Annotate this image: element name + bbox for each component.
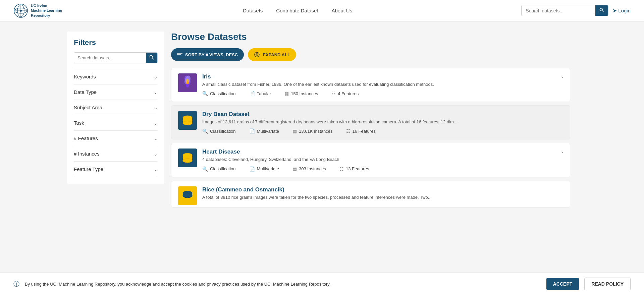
search-meta-icon: 🔍 — [202, 91, 208, 96]
svg-point-15 — [257, 54, 258, 55]
header-right: ➤ Login — [521, 5, 631, 16]
filter-task[interactable]: Task ⌄ — [74, 115, 158, 130]
nav-contribute[interactable]: Contribute Dataset — [276, 8, 318, 13]
chevron-down-icon: ⌄ — [154, 74, 158, 79]
logo-text: UC Irvine Machine Learning Repository — [31, 3, 62, 18]
dry-bean-instances-meta: ▦ 13.61K Instances — [292, 128, 332, 134]
sidebar-search-button[interactable] — [146, 53, 157, 63]
iris-instances-label: 150 Instances — [291, 91, 318, 96]
iris-expand-arrow[interactable]: ⌄ — [560, 73, 565, 79]
main-layout: Filters Keywords ⌄ Data Type ⌄ Subject A… — [60, 21, 584, 221]
svg-line-7 — [602, 11, 604, 12]
svg-point-21 — [186, 81, 189, 84]
heart-disease-dataset-desc: 4 databases: Cleveland, Hungary, Switzer… — [202, 157, 563, 163]
heart-disease-dataset-name[interactable]: Heart Disease — [202, 149, 563, 155]
toolbar: SORT BY # VIEWS, DESC EXPAND ALL — [171, 48, 570, 61]
heart-disease-type-label: Multivariate — [257, 166, 279, 171]
iris-type-meta: 📄 Tabular — [249, 91, 271, 96]
iris-type-label: Tabular — [257, 91, 271, 96]
filter-instances[interactable]: # Instances ⌄ — [74, 146, 158, 161]
browse-content: Browse Datasets SORT BY # VIEWS, DESC EX… — [164, 32, 577, 211]
search-meta-icon: 🔍 — [202, 166, 208, 172]
dry-bean-features-label: 16 Features — [353, 129, 376, 134]
heart-disease-expand-arrow[interactable]: ⌄ — [560, 149, 565, 154]
table-meta-icon: 📄 — [249, 91, 255, 96]
rice-dataset-info: Rice (Cammeo and Osmancik) A total of 38… — [202, 186, 563, 204]
iris-dataset-info: Iris A small classic dataset from Fisher… — [202, 73, 563, 96]
filter-feature-type-label: Feature Type — [74, 166, 103, 172]
dataset-thumb-dry-bean — [178, 111, 197, 130]
chevron-down-icon: ⌄ — [154, 136, 158, 141]
rice-dataset-name[interactable]: Rice (Cammeo and Osmancik) — [202, 186, 563, 193]
dataset-card-dry-bean: Dry Bean Dataset Images of 13,611 grains… — [171, 105, 570, 139]
svg-point-26 — [183, 121, 192, 125]
list-meta-icon: ☷ — [331, 91, 336, 96]
filter-keywords-label: Keywords — [74, 74, 96, 79]
header-search-input[interactable] — [522, 6, 595, 15]
dataset-card-heart-disease: Heart Disease 4 databases: Cleveland, Hu… — [171, 143, 570, 177]
dry-bean-task-meta: 🔍 Classification — [202, 128, 236, 134]
chevron-down-icon: ⌄ — [154, 167, 158, 172]
svg-line-9 — [152, 58, 154, 60]
header-search-button[interactable] — [595, 5, 608, 16]
filter-data-type[interactable]: Data Type ⌄ — [74, 84, 158, 100]
grid-meta-icon: ▦ — [292, 166, 297, 172]
dry-bean-dataset-name[interactable]: Dry Bean Dataset — [202, 111, 563, 118]
header: UC Irvine Machine Learning Repository Da… — [0, 0, 644, 21]
sort-button[interactable]: SORT BY # VIEWS, DESC — [171, 48, 244, 61]
nav-about[interactable]: About Us — [331, 8, 352, 13]
sort-btn-label: SORT BY # VIEWS, DESC — [185, 52, 238, 57]
search-icon — [599, 8, 604, 12]
svg-point-8 — [150, 56, 153, 58]
iris-dataset-meta: 🔍 Classification 📄 Tabular ▦ 150 Instanc… — [202, 91, 563, 96]
expand-btn-label: EXPAND ALL — [263, 52, 290, 57]
iris-task-meta: 🔍 Classification — [202, 91, 236, 96]
iris-features-meta: ☷ 4 Features — [331, 91, 359, 96]
heart-disease-task-label: Classification — [210, 166, 236, 171]
sidebar-search-input[interactable] — [74, 53, 146, 63]
filter-features[interactable]: # Features ⌄ — [74, 130, 158, 146]
filters-title: Filters — [74, 38, 158, 47]
dataset-card-iris: Iris A small classic dataset from Fisher… — [171, 68, 570, 102]
heart-disease-instances-label: 303 Instances — [299, 166, 326, 171]
filter-keywords[interactable]: Keywords ⌄ — [74, 69, 158, 84]
dataset-thumb-heart-disease — [178, 149, 197, 167]
dry-bean-dataset-desc: Images of 13,611 grains of 7 different r… — [202, 119, 563, 125]
logo-icon — [13, 3, 28, 18]
expand-button[interactable]: EXPAND ALL — [248, 48, 296, 61]
heart-disease-features-meta: ☷ 13 Features — [339, 166, 369, 172]
dry-bean-type-meta: 📄 Multivariate — [249, 128, 279, 134]
iris-flower-image — [178, 73, 197, 92]
db-icon — [181, 114, 194, 126]
chevron-down-icon: ⌄ — [154, 151, 158, 157]
dry-bean-dataset-info: Dry Bean Dataset Images of 13,611 grains… — [202, 111, 563, 134]
chevron-down-icon: ⌄ — [154, 120, 158, 126]
heart-disease-instances-meta: ▦ 303 Instances — [292, 166, 326, 172]
heart-disease-type-meta: 📄 Multivariate — [249, 166, 279, 172]
list-meta-icon: ☷ — [339, 166, 344, 172]
rice-db-icon — [181, 190, 194, 202]
header-search-container — [521, 5, 608, 16]
dry-bean-type-label: Multivariate — [257, 129, 279, 134]
sidebar-search-icon — [149, 55, 154, 60]
filter-data-type-label: Data Type — [74, 89, 97, 95]
login-button[interactable]: ➤ Login — [612, 7, 631, 14]
iris-dataset-name[interactable]: Iris — [202, 73, 563, 80]
svg-point-35 — [183, 194, 192, 198]
filter-feature-type[interactable]: Feature Type ⌄ — [74, 161, 158, 177]
heart-disease-task-meta: 🔍 Classification — [202, 166, 236, 172]
dry-bean-task-label: Classification — [210, 129, 236, 134]
table-meta-icon: 📄 — [249, 166, 255, 172]
iris-instances-meta: ▦ 150 Instances — [284, 91, 318, 96]
heart-db-icon — [181, 152, 194, 164]
list-meta-icon: ☷ — [346, 128, 351, 134]
dry-bean-instances-label: 13.61K Instances — [299, 129, 332, 134]
heart-disease-features-label: 13 Features — [346, 166, 369, 171]
filter-subject-area[interactable]: Subject Area ⌄ — [74, 100, 158, 115]
chevron-down-icon: ⌄ — [154, 105, 158, 110]
nav-datasets[interactable]: Datasets — [243, 8, 263, 13]
grid-meta-icon: ▦ — [292, 128, 297, 134]
filter-features-label: # Features — [74, 135, 98, 141]
search-meta-icon: 🔍 — [202, 128, 208, 134]
heart-disease-dataset-info: Heart Disease 4 databases: Cleveland, Hu… — [202, 149, 563, 171]
